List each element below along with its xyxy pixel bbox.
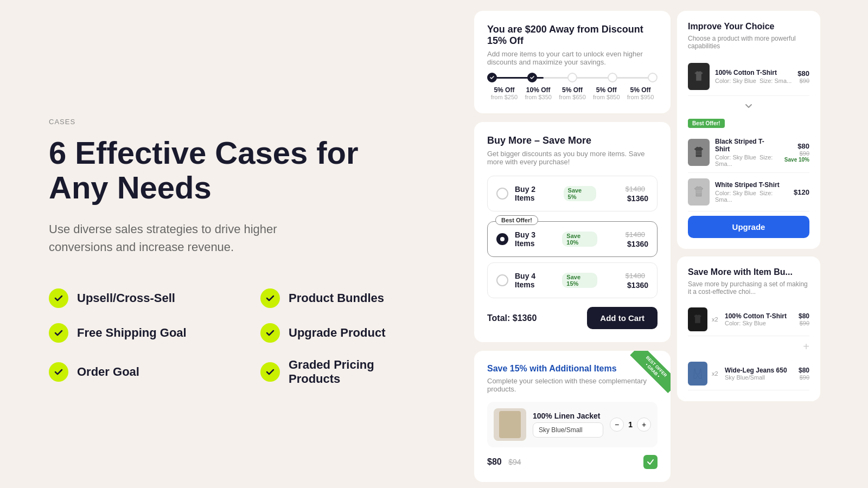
white-striped-name: White Striped T-Shirt	[715, 181, 788, 189]
radio-3items[interactable]	[496, 233, 508, 245]
right-column: Improve Your Choice Choose a product wit…	[673, 0, 825, 488]
feature-label-shipping: Free Shipping Goal	[77, 326, 187, 340]
bundle-jeans-row: x2 Wide-Leg Jeans 650 Sky Blue/Small $80…	[688, 357, 809, 390]
bundle-jeans-info: Wide-Leg Jeans 650 Sky Blue/Small	[725, 367, 794, 381]
left-panel: CASES 6 Effective Cases for Any Needs Us…	[0, 0, 472, 488]
qty-control: − 1 +	[610, 418, 651, 432]
buy-option-4[interactable]: Buy 4 Items Save 15% $1480 $1360	[487, 262, 658, 298]
step-3: 5% Off from $650	[556, 86, 590, 100]
black-striped-img	[688, 139, 710, 166]
white-striped-prices: $120	[794, 188, 809, 196]
linen-jacket-info: 100% Linen Jacket Sky Blue/Small Sky Blu…	[533, 412, 603, 438]
black-striped-row: Black Striped T-Shirt Color: Sky Blue Si…	[688, 132, 809, 173]
white-striped-info: White Striped T-Shirt Color: Sky Blue Si…	[715, 181, 788, 203]
comp-card-title: Save 15% with Additional Items	[487, 364, 658, 374]
buy-more-subtitle: Get bigger discounts as you buy more ite…	[487, 150, 658, 166]
feature-label-graded: Graded PricingProducts	[289, 358, 374, 386]
cotton-tshirt-img	[688, 63, 710, 90]
feature-bundles: Product Bundles	[260, 288, 439, 308]
buy-option-3[interactable]: Best Offer! Buy 3 Items Save 10% $1480 $…	[487, 221, 658, 257]
main-heading: 6 Effective Cases for Any Needs	[49, 136, 439, 205]
buy-more-card: Buy More – Save More Get bigger discount…	[474, 122, 671, 342]
cotton-tshirt-name: 100% Cotton T-Shirt	[715, 69, 792, 76]
features-grid: Upsell/Cross-Sell Product Bundles Free S…	[49, 288, 439, 386]
check-icon-shipping	[49, 323, 68, 343]
check-icon-upgrade	[260, 323, 280, 343]
black-striped-prices: $80 $90 Save 10%	[784, 142, 809, 163]
check-icon-upsell	[49, 288, 68, 308]
cotton-tshirt-variant: Color: Sky Blue Size: Sma...	[715, 78, 792, 84]
black-striped-name: Black Striped T-Shirt	[715, 138, 779, 153]
upgrade-button[interactable]: Upgrade	[688, 216, 809, 238]
feature-label-bundles: Product Bundles	[289, 291, 384, 305]
check-icon-bundles	[260, 288, 280, 308]
progress-dots	[487, 73, 658, 82]
linen-jacket-img	[494, 408, 526, 441]
variant-select[interactable]: Sky Blue/Small Sky Blue/Medium Sky Blue/…	[533, 422, 603, 438]
cotton-tshirt-info: 100% Cotton T-Shirt Color: Sky Blue Size…	[715, 69, 792, 84]
plus-icon[interactable]: +	[688, 336, 809, 357]
white-striped-variant: Color: Sky Blue Size: Sma...	[715, 190, 788, 203]
bundle-cotton-img	[688, 307, 707, 331]
buy-more-title: Buy More – Save More	[487, 135, 658, 146]
sub-text: Use diverse sales strategies to drive hi…	[49, 220, 320, 256]
discount-card-subtitle: Add more items to your cart to unlock ev…	[487, 50, 658, 66]
qty-minus-button[interactable]: −	[610, 418, 624, 432]
comp-card: BEST OFFER• GRAB • Save 15% with Additio…	[474, 351, 671, 482]
comp-card-subtitle: Complete your selection with these compl…	[487, 377, 658, 393]
feature-label-order: Order Goal	[77, 365, 139, 379]
radio-4items[interactable]	[496, 274, 508, 286]
discount-card-title: You are $200 Away from Discount 15% Off	[487, 24, 658, 47]
progress-dot-3	[567, 73, 577, 82]
check-icon-graded	[260, 362, 280, 382]
radio-2items[interactable]	[496, 188, 508, 200]
progress-labels: 5% Off from $250 10% Off from $350 5% Of…	[487, 86, 658, 100]
save-more-title: Save More with Item Bu...	[688, 267, 809, 277]
feature-upgrade: Upgrade Product	[260, 323, 439, 343]
cases-label: CASES	[49, 118, 439, 126]
feature-upsell: Upsell/Cross-Sell	[49, 288, 228, 308]
progress-dot-5	[648, 73, 658, 82]
bundle-jeans-img	[688, 362, 707, 386]
qty-number: 1	[628, 420, 633, 429]
qty-plus-button[interactable]: +	[637, 418, 651, 432]
buy-option-2[interactable]: Buy 2 Items Save 5% $1480 $1360	[487, 176, 658, 211]
comp-checkbox[interactable]	[643, 455, 658, 469]
progress-track	[487, 77, 658, 79]
progress-dot-4	[608, 73, 617, 82]
black-striped-info: Black Striped T-Shirt Color: Sky Blue Si…	[715, 138, 779, 167]
white-striped-img	[688, 178, 710, 206]
feature-shipping: Free Shipping Goal	[49, 323, 228, 343]
check-icon-order	[49, 362, 68, 382]
step-4: 5% Off from $850	[589, 86, 623, 100]
comp-product-row: 100% Linen Jacket Sky Blue/Small Sky Blu…	[487, 402, 658, 447]
improve-choice-title: Improve Your Choice	[688, 22, 809, 31]
bundle-cotton-info: 100% Cotton T-Shirt Color: Sky Blue	[725, 312, 794, 326]
chevron-down-button[interactable]	[688, 96, 809, 115]
improve-product-row: 100% Cotton T-Shirt Color: Sky Blue Size…	[688, 57, 809, 96]
save-more-subtitle: Save more by purchasing a set of making …	[688, 280, 809, 296]
progress-dot-1	[487, 73, 497, 82]
middle-column: You are $200 Away from Discount 15% Off …	[472, 0, 673, 488]
black-striped-variant: Color: Sky Blue Size: Sma...	[715, 154, 779, 167]
improve-choice-subtitle: Choose a product with more powerful capa…	[688, 35, 809, 50]
step-5: 5% Off from $950	[623, 86, 658, 100]
step-1: 5% Off from $250	[487, 86, 521, 100]
progress-dot-2	[527, 73, 537, 82]
discount-card: You are $200 Away from Discount 15% Off …	[474, 11, 671, 113]
total-row: Total: $1360 Add to Cart	[487, 307, 658, 329]
step-2: 10% Off from $350	[521, 86, 556, 100]
best-offer-badge-3: Best Offer!	[495, 215, 538, 225]
feature-order: Order Goal	[49, 358, 228, 386]
comp-price-orig: $94	[508, 458, 521, 466]
improve-choice-card: Improve Your Choice Choose a product wit…	[677, 11, 820, 249]
bundle-cotton-row: x2 100% Cotton T-Shirt Color: Sky Blue $…	[688, 303, 809, 336]
white-striped-row: White Striped T-Shirt Color: Sky Blue Si…	[688, 173, 809, 211]
linen-jacket-name: 100% Linen Jacket	[533, 412, 603, 420]
feature-graded: Graded PricingProducts	[260, 358, 439, 386]
feature-label-upsell: Upsell/Cross-Sell	[77, 291, 175, 305]
cotton-tshirt-prices: $80 $90	[797, 69, 809, 84]
comp-price-row: $80 $94	[487, 455, 658, 469]
save-more-card: Save More with Item Bu... Save more by p…	[677, 256, 820, 401]
add-to-cart-button[interactable]: Add to Cart	[587, 307, 658, 329]
